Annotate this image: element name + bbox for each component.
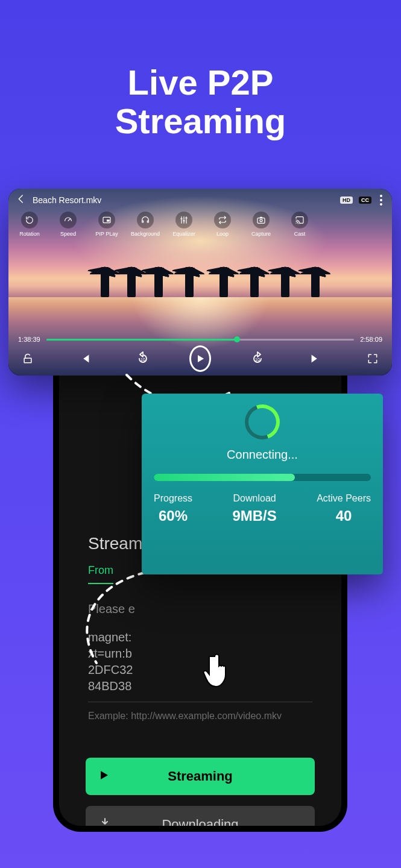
download-label: Download (232, 493, 276, 504)
tool-background[interactable]: Background (131, 212, 159, 237)
seek-fill (46, 339, 238, 341)
tool-label: Cast (294, 231, 306, 237)
status-text: Connecting... (154, 448, 371, 462)
tool-label: PIP PLay (95, 231, 118, 237)
palm-icon (185, 269, 194, 297)
prev-button[interactable] (74, 348, 96, 370)
equalizer-icon (175, 212, 192, 228)
palm-icon (250, 269, 259, 297)
stat-download: Download 9MB/S (232, 493, 276, 524)
palm-icon (127, 269, 136, 297)
hd-badge[interactable]: HD (340, 197, 353, 204)
tool-loop[interactable]: Loop (209, 212, 236, 237)
video-player: Beach Resort.mkv HD CC Rotation Speed PI… (8, 189, 392, 376)
progress-fill (154, 474, 295, 481)
tool-cast[interactable]: Cast (286, 212, 314, 237)
fullscreen-button[interactable] (362, 348, 384, 370)
downloading-button[interactable]: Downloading (86, 806, 315, 832)
stat-peers: Active Peers 40 (317, 493, 371, 524)
tool-label: Speed (60, 231, 76, 237)
loop-icon (214, 212, 231, 228)
hand-cursor-icon (203, 653, 232, 689)
play-icon (189, 345, 211, 372)
stat-progress: Progress 60% (154, 493, 192, 524)
connecting-popup: Connecting... Progress 60% Download 9MB/… (142, 394, 383, 574)
tool-speed[interactable]: Speed (54, 212, 82, 237)
camera-icon (253, 212, 270, 228)
streaming-button-label: Streaming (168, 769, 233, 784)
download-value: 9MB/S (232, 508, 276, 524)
tool-capture[interactable]: Capture (247, 212, 275, 237)
palm-icon (281, 269, 289, 297)
tool-equalizer[interactable]: Equalizer (170, 212, 198, 237)
more-icon[interactable] (377, 195, 385, 206)
seek-knob[interactable] (234, 336, 240, 342)
back-icon[interactable] (16, 193, 27, 207)
hero-line1: Live P2P (0, 63, 401, 102)
rotation-icon (21, 212, 38, 228)
download-icon (99, 817, 111, 832)
tool-label: Background (131, 231, 160, 237)
forward-10-button[interactable]: 10 (247, 348, 268, 370)
rewind-10-button[interactable]: 10 (132, 348, 154, 370)
downloading-button-label: Downloading (162, 817, 238, 832)
svg-rect-2 (107, 219, 110, 221)
progress-bar (154, 474, 371, 481)
time-current: 1:38:39 (18, 336, 40, 343)
lock-button[interactable] (17, 348, 39, 370)
speed-icon (60, 212, 77, 228)
svg-text:10: 10 (141, 357, 145, 362)
tool-rotation[interactable]: Rotation (16, 212, 43, 237)
divider (88, 702, 312, 702)
palm-icon (219, 269, 228, 297)
tool-label: Capture (251, 231, 271, 237)
tool-label: Equalizer (172, 231, 195, 237)
progress-label: Progress (154, 493, 192, 504)
hero-title: Live P2P Streaming (0, 0, 401, 140)
streaming-button[interactable]: Streaming (86, 758, 315, 795)
headphones-icon (137, 212, 154, 228)
tab-from[interactable]: From (88, 564, 113, 584)
magnet-l1: magnet: (88, 629, 334, 646)
play-button[interactable] (189, 348, 211, 370)
hero-line2: Streaming (0, 102, 401, 140)
svg-marker-6 (198, 355, 204, 362)
cast-icon (291, 212, 308, 228)
tool-pip[interactable]: PIP PLay (93, 212, 121, 237)
seek-bar[interactable] (46, 339, 355, 341)
example-text: Example: http://www.example.com/video.mk… (88, 711, 334, 722)
next-button[interactable] (305, 348, 326, 370)
pip-icon (98, 212, 115, 228)
time-total: 2:58:09 (360, 336, 382, 343)
enter-label: Please e (88, 602, 334, 616)
peers-value: 40 (317, 508, 371, 524)
tool-label: Rotation (19, 231, 40, 237)
peers-label: Active Peers (317, 493, 371, 504)
tool-label: Loop (216, 231, 229, 237)
palm-icon (311, 269, 320, 297)
svg-point-4 (260, 219, 262, 222)
spinner-icon (239, 398, 285, 445)
progress-value: 60% (154, 508, 192, 524)
cc-badge[interactable]: CC (359, 197, 371, 204)
svg-text:10: 10 (255, 357, 260, 362)
palm-icon (154, 269, 163, 297)
svg-rect-3 (257, 218, 265, 224)
video-filename: Beach Resort.mkv (33, 195, 101, 205)
palm-icon (101, 269, 109, 297)
svg-marker-0 (101, 771, 108, 779)
play-icon (99, 769, 110, 784)
